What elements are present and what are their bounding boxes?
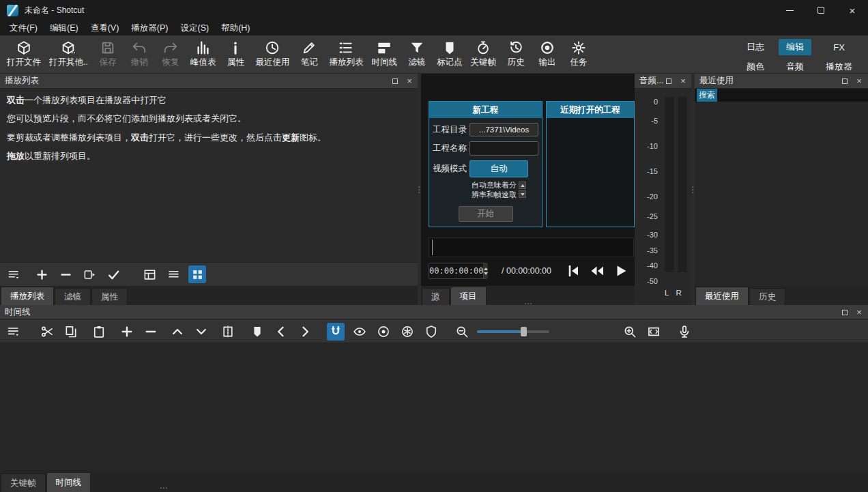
rewind-button[interactable] [589,263,605,279]
play-button[interactable] [613,263,629,279]
scroll-down-button[interactable] [519,190,526,198]
close-panel-button[interactable]: × [855,308,863,317]
menu-item-6[interactable]: 帮助(H) [215,21,256,35]
append-button[interactable] [118,323,136,341]
maximize-button[interactable] [805,0,837,20]
timeline-button[interactable]: 时间线 [367,38,401,70]
close-window-button[interactable]: × [837,0,868,20]
playlist-tab-filters[interactable]: 滤镜 [55,288,91,305]
next-marker-button[interactable] [296,323,314,341]
recent-tab-history[interactable]: 历史 [749,288,785,305]
add-source-to-playlist-button[interactable] [104,265,122,283]
dock-splitter-handle[interactable]: ⋯ [143,486,184,490]
layout-fx-button[interactable]: FX [826,40,852,55]
timeline-zoom-slider[interactable] [477,323,549,341]
scrub-while-dragging-button[interactable] [351,323,368,341]
split-button[interactable] [219,323,237,341]
scroll-up-button[interactable] [519,182,526,189]
layout-player-button[interactable]: 播放器 [818,59,860,75]
float-panel-button[interactable] [841,77,849,85]
project-name-input[interactable] [469,141,538,156]
view-tiles-button[interactable] [164,265,182,283]
timeline-tracks-area[interactable] [0,343,868,471]
create-marker-button[interactable] [248,323,266,341]
copy-button[interactable] [62,323,80,341]
zoom-in-button[interactable] [621,323,639,341]
project-folder-button[interactable]: ...7371\Videos [469,123,538,136]
record-audio-button[interactable] [676,323,693,341]
properties-button[interactable]: 属性 [220,38,251,70]
notes-button[interactable]: 笔记 [293,38,325,70]
recent-search-input[interactable]: 搜索 [695,89,868,102]
minimize-button[interactable] [774,0,805,20]
overwrite-button[interactable] [192,323,210,341]
close-panel-button[interactable]: × [855,77,863,85]
markers-button[interactable]: 标记点 [433,38,467,70]
layout-edit-button[interactable]: 编辑 [779,39,811,55]
playlist-tab-playlist[interactable]: 播放列表 [1,287,54,305]
redo-button[interactable]: 恢复 [155,38,186,70]
keyframes-button[interactable]: 关键帧 [466,38,500,70]
layout-audio-button[interactable]: 音频 [779,59,811,75]
open-file-button[interactable]: 打开文件 [3,38,45,70]
close-icon: × [856,309,862,316]
float-panel-button[interactable] [391,77,399,85]
cut-button[interactable] [38,323,56,341]
layout-log-button[interactable]: 日志 [739,39,772,55]
ripple-all-tracks-button[interactable] [399,323,416,341]
zoom-out-button[interactable] [453,323,471,341]
menu-item-5[interactable]: 设定(S) [174,21,215,35]
close-panel-button[interactable]: × [679,77,687,85]
playlist-panel-title: 播放列表 [5,75,391,87]
ripple-button[interactable] [375,323,392,341]
timecode-spin-buttons[interactable] [483,263,488,278]
recent-list[interactable] [695,102,868,286]
timeline-menu-button[interactable] [5,323,23,341]
output-button[interactable]: 输出 [532,38,563,70]
playlist-button[interactable]: 播放列表 [325,38,367,70]
history-button[interactable]: 历史 [500,38,532,70]
timeline-tab-timeline[interactable]: 时间线 [46,472,91,492]
playlist-tab-properties[interactable]: 属性 [91,288,128,305]
skip-to-start-button[interactable] [565,263,581,279]
recent-button[interactable]: 最近使用 [251,38,293,70]
menu-item-3[interactable]: 查看(V) [85,21,126,35]
lift-button[interactable] [169,323,186,341]
view-icons-button[interactable] [188,265,206,283]
menu-item-4[interactable]: 播放器(P) [125,21,174,35]
recent-tab-recent[interactable]: 最近使用 [695,287,749,305]
timeline-tab-keyframes[interactable]: 关键帧 [1,474,46,492]
append-to-playlist-button[interactable] [33,265,50,283]
remove-from-playlist-button[interactable] [57,265,74,283]
timecode-spinbox[interactable]: 00:00:00:00 [429,263,487,279]
jobs-button[interactable]: 任务 [563,38,594,70]
menu-item-1[interactable]: 文件(F) [3,21,44,35]
float-panel-button[interactable] [665,77,673,85]
playlist-menu-button[interactable] [5,265,23,283]
paste-button[interactable] [90,323,108,341]
menu-item-2[interactable]: 编辑(E) [44,21,85,35]
filters-button[interactable]: 滤镜 [401,38,433,70]
previous-marker-button[interactable] [272,323,290,341]
close-panel-button[interactable]: × [405,77,414,85]
ripple-markers-button[interactable] [422,323,440,341]
layout-color-button[interactable]: 颜色 [739,59,772,75]
float-panel-button[interactable] [841,308,849,317]
undo-button[interactable]: 撤销 [124,38,155,70]
start-button[interactable]: 开始 [459,206,513,222]
channel-label-l: L [665,289,669,297]
timeline-toolbar [0,320,868,343]
db-label--20: -20 [633,192,658,201]
update-playlist-item-button[interactable] [81,265,98,283]
view-details-button[interactable] [141,265,158,283]
snap-button[interactable] [327,323,345,341]
save-button[interactable]: 保存 [92,38,124,70]
dock-splitter-handle[interactable]: ⋯ [423,302,633,306]
seek-bar[interactable] [429,237,634,257]
video-mode-button[interactable]: 自动 [469,160,528,177]
ripple-delete-button[interactable] [142,323,160,341]
peak-meter-button[interactable]: 峰值表 [186,38,220,70]
zoom-fit-button[interactable] [645,323,663,341]
open-other-button[interactable]: 打开其他.. [45,38,92,70]
zoom-slider-handle[interactable] [521,327,527,336]
